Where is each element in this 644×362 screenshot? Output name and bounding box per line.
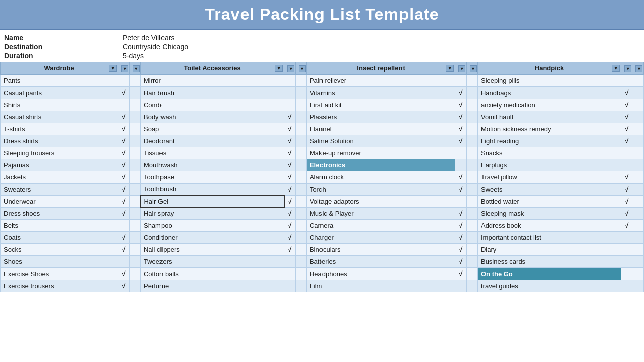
wardrobe-check[interactable]: √ xyxy=(118,267,129,280)
wardrobe-check2[interactable] xyxy=(129,255,140,267)
handpick-check2[interactable] xyxy=(632,159,644,171)
wardrobe-check[interactable]: √ xyxy=(118,171,129,183)
wardrobe-cell[interactable]: Pants xyxy=(1,74,118,86)
insect-check[interactable] xyxy=(455,195,466,207)
toilet-check2[interactable] xyxy=(295,219,306,231)
insect-check[interactable]: √ xyxy=(455,171,466,183)
handpick-check2[interactable] xyxy=(632,183,644,195)
insect-cell[interactable]: Vitamins xyxy=(306,86,455,99)
wardrobe-check[interactable]: √ xyxy=(118,231,129,243)
check-header-2a[interactable]: ▼ xyxy=(284,62,295,75)
handpick-check[interactable]: √ xyxy=(621,123,632,135)
wardrobe-cell[interactable]: Exercise trousers xyxy=(1,280,118,292)
handpick-check2[interactable] xyxy=(632,74,644,86)
insect-cell[interactable]: Music & Player xyxy=(306,207,455,219)
wardrobe-check2[interactable] xyxy=(129,207,140,219)
insect-cell[interactable]: Plassters xyxy=(306,111,455,123)
insect-check[interactable]: √ xyxy=(455,135,466,147)
handpick-check2[interactable] xyxy=(632,99,644,111)
insect-check2[interactable] xyxy=(466,255,477,267)
insect-cell[interactable]: Make-up remover xyxy=(306,147,455,159)
wardrobe-cell[interactable]: Casual pants xyxy=(1,86,118,99)
handpick-check[interactable]: √ xyxy=(621,135,632,147)
insect-header[interactable]: Insect repellent ▼ xyxy=(306,62,455,75)
insect-cell[interactable]: Camera xyxy=(306,219,455,231)
handpick-cell[interactable]: travel guides xyxy=(477,280,621,292)
toilet-check[interactable]: √ xyxy=(284,111,295,123)
toilet-check[interactable]: √ xyxy=(284,159,295,171)
toilet-cell[interactable]: Mouthwash xyxy=(140,159,284,171)
wardrobe-cell[interactable]: Belts xyxy=(1,219,118,231)
handpick-cell[interactable]: Bottled water xyxy=(477,195,621,207)
toilet-check[interactable]: √ xyxy=(284,207,295,219)
wardrobe-cell[interactable]: Sweaters xyxy=(1,183,118,195)
wardrobe-check[interactable]: √ xyxy=(118,123,129,135)
toilet-check[interactable]: √ xyxy=(284,123,295,135)
toilet-check[interactable] xyxy=(284,99,295,111)
insect-check[interactable]: √ xyxy=(455,243,466,255)
wardrobe-check[interactable] xyxy=(118,219,129,231)
wardrobe-cell[interactable]: T-shirts xyxy=(1,123,118,135)
toilet-cell[interactable]: Perfume xyxy=(140,280,284,292)
toilet-check2[interactable] xyxy=(295,159,306,171)
toilet-cell[interactable]: Conditioner xyxy=(140,231,284,243)
insect-cell[interactable]: Alarm clock xyxy=(306,171,455,183)
handpick-check[interactable]: √ xyxy=(621,195,632,207)
handpick-check2[interactable] xyxy=(632,207,644,219)
wardrobe-cell[interactable]: Underwear xyxy=(1,195,118,207)
wardrobe-check2[interactable] xyxy=(129,147,140,159)
insect-check2[interactable] xyxy=(466,74,477,86)
wardrobe-check2[interactable] xyxy=(129,267,140,280)
handpick-check2[interactable] xyxy=(632,135,644,147)
insect-cell[interactable]: Electronics xyxy=(306,159,455,171)
wardrobe-check2[interactable] xyxy=(129,171,140,183)
insect-cell[interactable]: Pain reliever xyxy=(306,74,455,86)
wardrobe-check2[interactable] xyxy=(129,111,140,123)
wardrobe-check2[interactable] xyxy=(129,123,140,135)
wardrobe-header[interactable]: Wardrobe ▼ xyxy=(1,62,118,75)
toilet-check2[interactable] xyxy=(295,99,306,111)
insect-check2[interactable] xyxy=(466,123,477,135)
insect-check[interactable] xyxy=(455,74,466,86)
handpick-check[interactable]: √ xyxy=(621,86,632,99)
handpick-header[interactable]: Handpick ▼ xyxy=(477,62,621,75)
toilet-cell[interactable]: Deodorant xyxy=(140,135,284,147)
toilet-cell[interactable]: Toothpase xyxy=(140,171,284,183)
check-header-3b[interactable]: ▼ xyxy=(466,62,477,75)
handpick-cell[interactable]: Motion sickness remedy xyxy=(477,123,621,135)
wardrobe-cell[interactable]: Casual shirts xyxy=(1,111,118,123)
handpick-cell[interactable]: Sleeping mask xyxy=(477,207,621,219)
wardrobe-check2[interactable] xyxy=(129,195,140,207)
toilet-cell[interactable]: Hair brush xyxy=(140,86,284,99)
wardrobe-cell[interactable]: Socks xyxy=(1,243,118,255)
wardrobe-check[interactable]: √ xyxy=(118,243,129,255)
toilet-check[interactable]: √ xyxy=(284,171,295,183)
insect-check2[interactable] xyxy=(466,243,477,255)
insect-check[interactable]: √ xyxy=(455,99,466,111)
handpick-check2[interactable] xyxy=(632,147,644,159)
insect-check[interactable]: √ xyxy=(455,111,466,123)
insect-cell[interactable]: Flannel xyxy=(306,123,455,135)
wardrobe-check2[interactable] xyxy=(129,135,140,147)
check-header-1a[interactable]: ▼ xyxy=(118,62,129,75)
handpick-check[interactable] xyxy=(621,255,632,267)
wardrobe-cell[interactable]: Dress shirts xyxy=(1,135,118,147)
check-header-1b[interactable]: ▼ xyxy=(129,62,140,75)
insect-dropdown[interactable]: ▼ xyxy=(446,65,454,72)
handpick-check[interactable] xyxy=(621,74,632,86)
handpick-cell[interactable]: Diary xyxy=(477,243,621,255)
handpick-cell[interactable]: Sleeping pills xyxy=(477,74,621,86)
handpick-check[interactable]: √ xyxy=(621,111,632,123)
handpick-check2[interactable] xyxy=(632,111,644,123)
toilet-check2[interactable] xyxy=(295,171,306,183)
toilet-cell[interactable]: Tweezers xyxy=(140,255,284,267)
insect-cell[interactable]: Voltage adaptors xyxy=(306,195,455,207)
insect-cell[interactable]: Charger xyxy=(306,231,455,243)
wardrobe-check[interactable]: √ xyxy=(118,195,129,207)
handpick-cell[interactable]: Business cards xyxy=(477,255,621,267)
insect-check[interactable]: √ xyxy=(455,183,466,195)
wardrobe-cell[interactable]: Jackets xyxy=(1,171,118,183)
toilet-cell[interactable]: Shampoo xyxy=(140,219,284,231)
insect-check[interactable]: √ xyxy=(455,207,466,219)
wardrobe-cell[interactable]: Sleeping trousers xyxy=(1,147,118,159)
